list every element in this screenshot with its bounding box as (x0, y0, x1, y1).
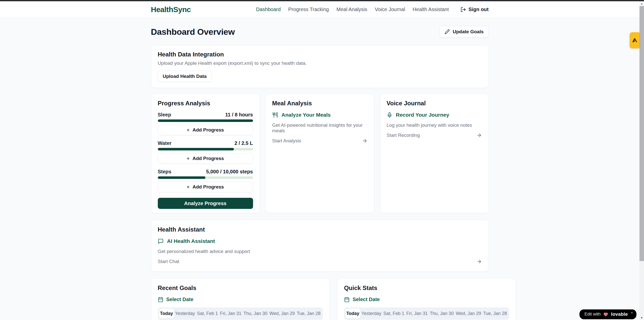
update-goals-button[interactable]: Update Goals (440, 26, 488, 38)
tab-yesterday[interactable]: Yesterday (360, 309, 382, 318)
recent-goals-title: Recent Goals (158, 284, 323, 292)
health-data-integration-card: Health Data Integration Upload your Appl… (151, 45, 489, 88)
edit-with-label: Edit with (585, 312, 601, 317)
health-assistant-title: Health Assistant (158, 226, 482, 233)
voice-journal-description: Log your health journey with voice notes (387, 122, 482, 128)
quick-stats-title: Quick Stats (344, 284, 509, 292)
arrow-right-icon (362, 138, 367, 144)
progress-analysis-title: Progress Analysis (158, 100, 253, 107)
health-data-description: Upload your Apple Health export (export.… (158, 60, 482, 66)
tab-fri-jan-31[interactable]: Fri, Jan 31 (405, 309, 429, 318)
health-assistant-description: Get personalized health advice and suppo… (158, 249, 482, 254)
scrollbar-down-arrow[interactable]: ▼ (639, 315, 644, 320)
analyze-your-meals-link[interactable]: Analyze Your Meals (272, 112, 367, 118)
meal-analysis-description: Get AI-powered nutritional insights for … (272, 122, 367, 134)
metric-steps: Steps 5,000 / 10,000 steps + Add Progres… (158, 169, 253, 192)
metric-value: 2 / 2.5 L (234, 140, 253, 146)
upload-health-data-button[interactable]: Upload Health Data (158, 71, 212, 82)
start-chat-link[interactable]: Start Chat (158, 259, 482, 264)
page-title: Dashboard Overview (151, 27, 235, 37)
page-scrollbar[interactable]: ▲ ▼ (639, 1, 644, 320)
tab-thu-jan-30[interactable]: Thu, Jan 30 (429, 309, 455, 318)
tab-wed-jan-29[interactable]: Wed, Jan 29 (455, 309, 482, 318)
plus-icon: + (187, 156, 190, 161)
recent-goals-card: Recent Goals Select Date Today Yesterday… (151, 278, 330, 320)
analyze-progress-button[interactable]: Analyze Progress (158, 198, 253, 209)
recent-goals-select-date[interactable]: Select Date (158, 297, 323, 302)
lovable-label: lovable (611, 311, 628, 317)
lovable-select-icon (632, 37, 638, 43)
progress-analysis-card: Progress Analysis Sleep 11 / 8 hours + A… (151, 93, 260, 213)
nav-item-progress-tracking[interactable]: Progress Tracking (288, 7, 329, 12)
sign-out-button[interactable]: Sign out (461, 7, 489, 12)
quick-stats-card: Quick Stats Select Date Today Yesterday … (337, 278, 516, 320)
add-progress-button-water[interactable]: + Add Progress (158, 153, 253, 164)
arrow-right-icon (476, 259, 482, 264)
close-icon[interactable]: × (631, 311, 633, 315)
meal-analysis-title: Meal Analysis (272, 100, 367, 107)
nav-item-voice-journal[interactable]: Voice Journal (375, 7, 405, 12)
nav-item-dashboard[interactable]: Dashboard (256, 7, 281, 12)
pencil-icon (445, 29, 450, 34)
plus-icon: + (187, 184, 190, 190)
scrollbar-thumb[interactable] (639, 6, 644, 261)
nav-item-health-assistant[interactable]: Health Assistant (413, 7, 449, 12)
tab-tue-jan-28[interactable]: Tue, Jan 28 (482, 309, 508, 318)
plus-icon: + (187, 127, 190, 133)
chat-bubble-icon (158, 238, 164, 244)
progress-bar-sleep (158, 119, 253, 122)
app-logo: HealthSync (151, 5, 191, 14)
metric-value: 5,000 / 10,000 steps (206, 169, 253, 175)
tab-sat-feb-1[interactable]: Sat, Feb 1 (196, 309, 219, 318)
start-analysis-link[interactable]: Start Analysis (272, 138, 367, 144)
utensils-icon (272, 112, 278, 118)
tab-thu-jan-30[interactable]: Thu, Jan 30 (242, 309, 268, 318)
progress-bar-steps (158, 176, 253, 179)
lovable-heart-icon (603, 312, 608, 317)
start-recording-link[interactable]: Start Recording (387, 133, 482, 138)
add-progress-button-sleep[interactable]: + Add Progress (158, 125, 253, 135)
voice-journal-card: Voice Journal Record Your Journey Log yo… (380, 93, 489, 213)
logout-icon (461, 7, 466, 12)
add-progress-button-steps[interactable]: + Add Progress (158, 182, 253, 192)
health-assistant-card: Health Assistant AI Health Assistant Get… (151, 220, 489, 272)
tab-sat-feb-1[interactable]: Sat, Feb 1 (382, 309, 405, 318)
tab-yesterday[interactable]: Yesterday (174, 309, 196, 318)
app-header: HealthSync Dashboard Progress Tracking M… (0, 1, 639, 18)
sign-out-label: Sign out (469, 7, 489, 12)
calendar-icon (344, 297, 350, 302)
calendar-icon (158, 297, 163, 302)
tab-fri-jan-31[interactable]: Fri, Jan 31 (219, 309, 242, 318)
record-your-journey-link[interactable]: Record Your Journey (387, 112, 482, 118)
microphone-icon (387, 112, 392, 118)
scrollbar-up-arrow[interactable]: ▲ (639, 1, 644, 6)
quick-stats-select-date[interactable]: Select Date (344, 297, 509, 302)
arrow-right-icon (476, 133, 482, 138)
health-data-title: Health Data Integration (158, 51, 482, 58)
tab-tue-jan-28[interactable]: Tue, Jan 28 (296, 309, 321, 318)
tab-wed-jan-29[interactable]: Wed, Jan 29 (268, 309, 296, 318)
meal-analysis-card: Meal Analysis Analyze Your Meals Get AI-… (265, 93, 374, 213)
recent-goals-date-tabs: Today Yesterday Sat, Feb 1 Fri, Jan 31 T… (158, 307, 323, 320)
metric-sleep: Sleep 11 / 8 hours + Add Progress (158, 112, 253, 135)
voice-journal-title: Voice Journal (387, 100, 482, 107)
metric-label: Sleep (158, 112, 171, 118)
edit-with-lovable-badge[interactable]: Edit with lovable × (579, 309, 636, 319)
tab-today[interactable]: Today (345, 309, 360, 318)
tab-today[interactable]: Today (159, 309, 174, 318)
metric-label: Water (158, 140, 172, 146)
metric-label: Steps (158, 169, 171, 175)
nav-item-meal-analysis[interactable]: Meal Analysis (336, 7, 367, 12)
metric-water: Water 2 / 2.5 L + Add Progress (158, 140, 253, 164)
ai-health-assistant-link[interactable]: AI Health Assistant (158, 238, 482, 244)
lovable-select-badge[interactable] (630, 32, 639, 48)
quick-stats-date-tabs: Today Yesterday Sat, Feb 1 Fri, Jan 31 T… (344, 307, 509, 320)
metric-value: 11 / 8 hours (225, 112, 253, 118)
main-nav: Dashboard Progress Tracking Meal Analysi… (256, 7, 489, 12)
progress-bar-water (158, 148, 253, 150)
